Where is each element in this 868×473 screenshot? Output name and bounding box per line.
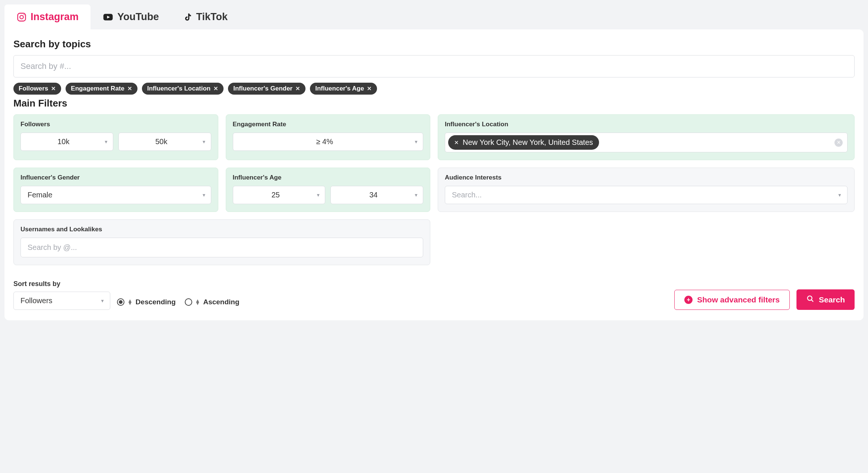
gender-select[interactable]: Female ▼ [20, 186, 211, 204]
platform-tabs: Instagram YouTube TikTok [4, 4, 864, 29]
tab-tiktok[interactable]: TikTok [171, 4, 240, 29]
followers-max-select[interactable]: 50k ▼ [118, 133, 211, 151]
tab-label: YouTube [117, 11, 159, 23]
chip-engagement-rate[interactable]: Engagement Rate✕ [66, 83, 137, 95]
tiktok-icon [183, 12, 193, 22]
filter-usernames-lookalikes: Usernames and Lookalikes [13, 219, 430, 265]
location-input[interactable]: ✕ New York City, New York, United States… [445, 133, 848, 152]
sort-order-group: ▲▼ Descending ▲▼ Ascending [117, 298, 240, 306]
close-icon: ✕ [454, 139, 459, 146]
svg-rect-0 [18, 13, 26, 21]
sort-label: Sort results by [13, 280, 110, 288]
filter-label: Audience Interests [445, 174, 848, 181]
chip-influencer-gender[interactable]: Influencer's Gender✕ [228, 83, 305, 95]
tab-instagram[interactable]: Instagram [4, 4, 91, 29]
bottom-bar: Sort results by Followers ▼ ▲▼ Descendin… [13, 280, 855, 310]
show-advanced-filters-button[interactable]: + Show advanced filters [674, 290, 790, 310]
usernames-input[interactable] [20, 238, 423, 257]
filter-influencer-gender: Influencer's Gender Female ▼ [13, 168, 218, 212]
close-icon: ✕ [51, 85, 56, 92]
sort-icon: ▲▼ [195, 299, 200, 305]
tab-youtube[interactable]: YouTube [91, 4, 171, 29]
radio-icon [185, 298, 192, 306]
plus-circle-icon: + [684, 296, 693, 304]
youtube-icon [102, 12, 114, 23]
close-icon: ✕ [127, 85, 132, 92]
filter-audience-interests: Audience Interests Search... ▼ [438, 168, 855, 212]
chip-influencer-location[interactable]: Influencer's Location✕ [142, 83, 224, 95]
audience-interests-select[interactable]: Search... ▼ [445, 186, 848, 204]
radio-ascending[interactable]: ▲▼ Ascending [185, 298, 240, 306]
filter-label: Influencer's Location [445, 121, 848, 128]
filters-grid: Followers 10k ▼ 50k ▼ Engagement Rate [13, 114, 855, 265]
filter-label: Influencer's Gender [20, 174, 211, 181]
sort-icon: ▲▼ [127, 299, 133, 305]
location-tag[interactable]: ✕ New York City, New York, United States [448, 135, 599, 150]
filter-label: Engagement Rate [233, 121, 424, 128]
chip-followers[interactable]: Followers✕ [13, 83, 61, 95]
tab-label: Instagram [31, 11, 79, 23]
chevron-down-icon: ▼ [414, 193, 418, 198]
radio-icon [117, 298, 124, 306]
filter-label: Influencer's Age [233, 174, 424, 181]
chevron-down-icon: ▼ [202, 139, 206, 145]
clear-location-icon[interactable]: ✕ [834, 139, 843, 147]
instagram-icon [16, 12, 27, 22]
chip-influencer-age[interactable]: Influencer's Age✕ [310, 83, 377, 95]
close-icon: ✕ [213, 85, 218, 92]
filter-engagement-rate: Engagement Rate ≥ 4% ▼ [226, 114, 431, 160]
svg-point-1 [20, 15, 23, 19]
search-button[interactable]: Search [796, 289, 855, 310]
age-max-select[interactable]: 34 ▼ [330, 186, 423, 204]
chevron-down-icon: ▼ [202, 193, 206, 198]
chevron-down-icon: ▼ [100, 298, 105, 304]
search-panel: Search by topics Followers✕ Engagement R… [4, 29, 864, 320]
search-topics-title: Search by topics [13, 38, 855, 50]
applied-filter-chips: Followers✕ Engagement Rate✕ Influencer's… [13, 83, 855, 95]
filter-influencer-age: Influencer's Age 25 ▼ 34 ▼ [226, 168, 431, 212]
tab-label: TikTok [196, 11, 228, 23]
engagement-rate-select[interactable]: ≥ 4% ▼ [233, 133, 424, 151]
chevron-down-icon: ▼ [104, 139, 108, 145]
search-topics-input[interactable] [13, 55, 855, 77]
close-icon: ✕ [295, 85, 300, 92]
age-min-select[interactable]: 25 ▼ [233, 186, 326, 204]
search-icon [806, 295, 814, 305]
filter-label: Usernames and Lookalikes [20, 226, 423, 233]
chevron-down-icon: ▼ [316, 193, 320, 198]
sort-select[interactable]: Followers ▼ [13, 292, 110, 310]
followers-min-select[interactable]: 10k ▼ [20, 133, 113, 151]
filter-followers: Followers 10k ▼ 50k ▼ [13, 114, 218, 160]
filter-label: Followers [20, 121, 211, 128]
main-filters-title: Main Filters [13, 98, 855, 109]
chevron-down-icon: ▼ [414, 139, 418, 145]
svg-point-2 [23, 14, 24, 15]
radio-descending[interactable]: ▲▼ Descending [117, 298, 176, 306]
close-icon: ✕ [367, 85, 372, 92]
chevron-down-icon: ▼ [837, 193, 842, 198]
svg-line-6 [811, 300, 813, 301]
sort-block: Sort results by Followers ▼ [13, 280, 110, 310]
filter-influencer-location: Influencer's Location ✕ New York City, N… [438, 114, 855, 160]
